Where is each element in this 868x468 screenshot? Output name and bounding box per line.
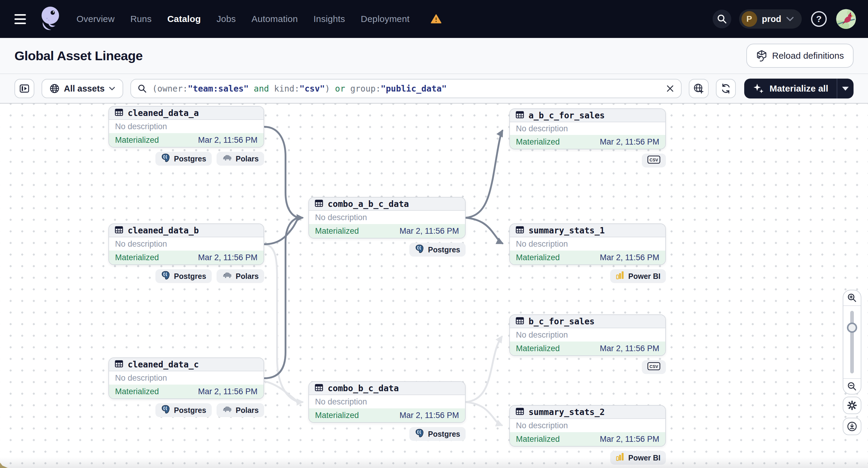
asset-status-bar: Materialized Mar 2, 11:56 PM — [510, 251, 665, 264]
asset-kind-tags: CSV — [509, 154, 666, 167]
csv-icon: CSV — [647, 155, 660, 166]
zoom-slider[interactable] — [843, 306, 861, 378]
zoom-controls — [843, 290, 861, 395]
status-badge: Materialized — [115, 135, 159, 145]
materialize-all-label: Materialize all — [770, 84, 828, 94]
table-icon — [515, 110, 524, 121]
kind-tag-postgres[interactable]: Postgres — [155, 269, 212, 283]
asset-name: cleaned_data_a — [128, 108, 199, 118]
asset-name: b_c_for_sales — [529, 316, 594, 326]
nav-item-overview[interactable]: Overview — [76, 14, 115, 24]
reload-definitions-button[interactable]: Reload definitions — [746, 44, 854, 68]
polars-icon — [222, 154, 232, 163]
kind-tag-postgres[interactable]: Postgres — [155, 152, 212, 166]
query-token-value: "csv" — [299, 84, 325, 94]
asset-kind-tags: Postgres — [308, 427, 466, 441]
query-token-keyword: or — [335, 84, 345, 94]
query-token-plain: group: — [345, 84, 381, 94]
open-sidebar-panel-button[interactable] — [14, 79, 34, 98]
refresh-button[interactable] — [716, 79, 736, 98]
asset-name: combo_a_b_c_data — [328, 199, 409, 209]
kind-tag-label: Postgres — [174, 155, 206, 163]
refresh-icon — [720, 83, 731, 94]
powerbi-icon — [616, 453, 625, 463]
asset-status-bar: Materialized Mar 2, 11:56 PM — [109, 384, 264, 399]
asset-name: a_b_c_for_sales — [529, 111, 605, 121]
kind-tag-csv[interactable]: CSV — [642, 360, 666, 374]
asset-status-bar: Materialized Mar 2, 11:56 PM — [109, 133, 264, 147]
sparkles-icon — [753, 83, 765, 95]
download-image-button[interactable] — [843, 418, 861, 435]
warning-triangle-icon — [431, 14, 441, 24]
asset-description: No description — [510, 122, 665, 135]
asset-node-cleaned_data_b[interactable]: cleaned_data_b No description Materializ… — [108, 223, 264, 265]
horizontal-scrollbar[interactable] — [0, 457, 868, 468]
dagster-logo-icon[interactable] — [39, 6, 61, 32]
zoom-in-button[interactable] — [843, 290, 861, 306]
materialize-options-toggle[interactable] — [837, 79, 854, 98]
asset-node-a_b_c_for_sales[interactable]: a_b_c_for_sales No description Materiali… — [509, 108, 666, 149]
kind-tag-polars[interactable]: Polars — [217, 403, 264, 417]
nav-item-catalog[interactable]: Catalog — [167, 14, 200, 24]
zoom-out-button[interactable] — [843, 378, 861, 394]
asset-filter-input[interactable]: (owner:"team:sales" and kind:"csv") or g… — [130, 79, 681, 98]
asset-node-summary_stats_2[interactable]: summary_stats_2 No description Materiali… — [509, 405, 666, 447]
asset-node-combo_a_b_c_data[interactable]: combo_a_b_c_data No description Material… — [308, 197, 466, 239]
hamburger-menu-icon[interactable] — [14, 10, 31, 27]
asset-node-cleaned_data_a[interactable]: cleaned_data_a No description Materializ… — [108, 106, 264, 148]
materialization-timestamp: Mar 2, 11:56 PM — [198, 387, 257, 396]
nav-item-insights[interactable]: Insights — [313, 14, 345, 24]
status-badge: Materialized — [516, 344, 560, 353]
deployment-name: prod — [762, 14, 781, 24]
help-icon[interactable]: ? — [810, 10, 828, 28]
filter-to-selection-button[interactable] — [689, 79, 709, 98]
materialization-timestamp: Mar 2, 11:56 PM — [399, 226, 459, 236]
asset-node-summary_stats_1[interactable]: summary_stats_1 No description Materiali… — [509, 223, 666, 265]
asset-node-cleaned_data_c[interactable]: cleaned_data_c No description Materializ… — [108, 357, 264, 399]
deployment-switcher[interactable]: P prod — [739, 9, 802, 29]
asset-scope-dropdown[interactable]: All assets — [41, 79, 123, 98]
asset-node-header: combo_b_c_data — [309, 382, 465, 395]
kind-tag-polars[interactable]: Polars — [217, 152, 264, 166]
titlebar: Global Asset Lineage Reload definitions — [0, 38, 868, 74]
globe-add-icon — [693, 83, 704, 94]
edge-cleaned_data_b-to-combo_b_c_data — [264, 244, 297, 401]
zoom-slider-track[interactable] — [850, 311, 854, 373]
table-icon — [314, 199, 323, 209]
materialize-all-button[interactable]: Materialize all — [744, 79, 837, 98]
gear-icon — [847, 400, 858, 411]
zoom-out-icon — [847, 381, 857, 391]
kind-tag-postgres[interactable]: Postgres — [409, 427, 466, 441]
asset-status-bar: Materialized Mar 2, 11:56 PM — [309, 224, 465, 238]
kind-tag-power-bi[interactable]: Power BI — [610, 451, 666, 465]
kind-tag-csv[interactable]: CSV — [642, 154, 666, 167]
user-avatar[interactable] — [836, 9, 856, 29]
kind-tag-postgres[interactable]: Postgres — [155, 403, 212, 417]
asset-node-b_c_for_sales[interactable]: b_c_for_sales No description Materialize… — [509, 314, 666, 356]
zoom-slider-thumb[interactable] — [847, 322, 857, 333]
graph-settings-button[interactable] — [843, 397, 861, 414]
asset-node-header: combo_a_b_c_data — [309, 197, 465, 211]
nav-item-automation[interactable]: Automation — [251, 14, 298, 24]
nav-item-runs[interactable]: Runs — [130, 14, 152, 24]
kind-tag-postgres[interactable]: Postgres — [409, 243, 466, 257]
asset-kind-tags: Power BI — [509, 269, 666, 283]
asset-node-header: summary_stats_1 — [510, 224, 665, 237]
postgres-icon — [161, 271, 170, 282]
asset-description: No description — [309, 395, 465, 408]
edge-cleaned_data_a-to-combo_a_b_c_data — [264, 127, 298, 218]
query-token-plain: ) — [325, 84, 335, 94]
kind-tag-power-bi[interactable]: Power BI — [610, 269, 666, 283]
nav-item-jobs[interactable]: Jobs — [217, 14, 236, 24]
nav-item-deployment[interactable]: Deployment — [361, 14, 410, 24]
clear-filter-icon[interactable] — [666, 84, 674, 93]
asset-node-combo_b_c_data[interactable]: combo_b_c_data No description Materializ… — [308, 381, 466, 423]
table-icon — [115, 108, 123, 118]
asset-name: cleaned_data_c — [128, 360, 199, 370]
search-icon[interactable] — [713, 10, 731, 28]
kind-tag-label: Power BI — [628, 272, 660, 281]
kind-tag-label: Postgres — [174, 406, 206, 415]
kind-tag-polars[interactable]: Polars — [217, 269, 264, 283]
asset-description: No description — [109, 237, 264, 251]
lineage-canvas[interactable]: cleaned_data_a No description Materializ… — [0, 103, 868, 468]
